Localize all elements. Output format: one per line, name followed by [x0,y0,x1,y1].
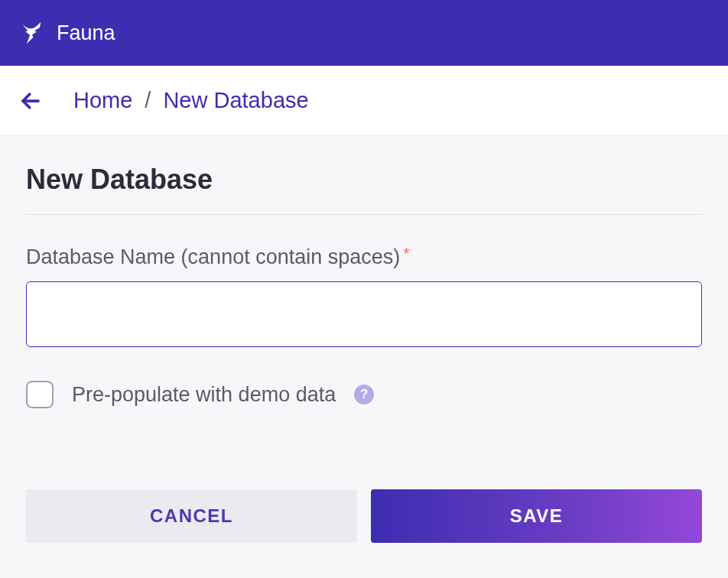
demo-data-checkbox[interactable] [26,381,54,408]
save-button[interactable]: SAVE [371,489,702,543]
page-title: New Database [26,164,702,215]
brand-name: Fauna [57,21,115,45]
breadcrumb-current: New Database [163,88,308,113]
button-row: CANCEL SAVE [26,489,702,543]
breadcrumb-home-link[interactable]: Home [73,88,132,113]
demo-data-row: Pre-populate with demo data ? [26,381,702,408]
content-area: New Database Database Name (cannot conta… [0,136,728,570]
breadcrumb-separator: / [145,88,151,113]
fauna-logo-icon [18,19,46,47]
back-arrow-icon[interactable] [18,89,43,113]
required-asterisk: * [403,244,410,264]
help-icon[interactable]: ? [354,385,374,404]
app-header: Fauna [0,0,728,66]
breadcrumb: Home / New Database [73,88,309,113]
demo-data-label: Pre-populate with demo data [72,383,336,407]
database-name-input[interactable] [26,281,702,347]
database-name-label: Database Name (cannot contain spaces) * [26,245,702,269]
cancel-button[interactable]: CANCEL [26,489,357,543]
breadcrumb-bar: Home / New Database [0,66,728,136]
